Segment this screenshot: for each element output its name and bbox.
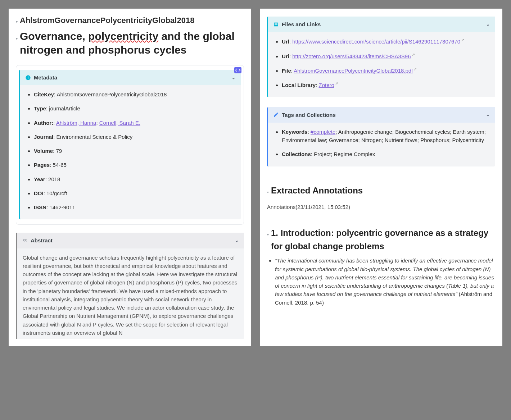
keywords-row: Keywords: #complete; Anthropogenic chang…: [282, 128, 489, 145]
metadata-body: CiteKey: AhlstromGovernancePolycentricit…: [20, 85, 241, 219]
intro-heading: 1. Introduction: polycentric governance …: [271, 226, 495, 253]
file-uri: Uri: http://zotero.org/users/5483423/ite…: [282, 52, 489, 60]
tags-body: Keywords: #complete; Anthropogenic chang…: [268, 123, 495, 166]
abstract-body: Global change and governance scholars fr…: [17, 248, 244, 339]
annotation-item: "The international community has been st…: [275, 256, 495, 307]
citekey-heading: AhlstromGovernancePolycentricityGlobal20…: [20, 14, 194, 27]
abstract-title: Abstract: [31, 236, 53, 245]
file-url: Url: https://www.sciencedirect.com/scien…: [282, 37, 489, 46]
extracted-heading: Extracted Annotations: [271, 184, 363, 197]
meta-issn: ISSN: 1462-9011: [34, 203, 235, 211]
svg-rect-2: [28, 76, 28, 77]
page-title: Governance, polycentricity and the globa…: [20, 29, 244, 57]
fold-arrow-icon[interactable]: ▾: [16, 36, 18, 42]
fold-arrow-icon[interactable]: ▾: [16, 19, 18, 25]
title-wavy-word: polycentricity: [88, 30, 158, 42]
left-pane: ▾ AhlstromGovernancePolycentricityGlobal…: [9, 9, 251, 346]
abstract-header[interactable]: Abstract ⌄: [17, 233, 244, 248]
meta-doi: DOI: 10/gcrcft: [34, 189, 235, 197]
info-icon: [25, 75, 31, 81]
annotations-meta: Annotations(23/11/2021, 15:03:52): [267, 203, 495, 211]
metadata-title: Metadata: [34, 73, 57, 82]
author-link[interactable]: Ahlström, Hanna: [56, 120, 96, 126]
metadata-header[interactable]: Metadata ⌄: [20, 70, 241, 85]
local-link[interactable]: Zotero: [319, 82, 334, 88]
chevron-down-icon[interactable]: ⌄: [486, 20, 490, 28]
quote-icon: [22, 238, 28, 243]
svg-rect-5: [275, 24, 277, 25]
file-link[interactable]: AhlstromGovernancePolycentricityGlobal20…: [294, 68, 413, 74]
author-link[interactable]: Cornell, Sarah E.: [99, 120, 140, 126]
chevron-down-icon[interactable]: ⌄: [231, 74, 236, 82]
list-icon: [273, 22, 279, 27]
meta-journal: Journal: Environmental Science & Policy: [34, 133, 235, 141]
tags-panel: Tags and Collections ⌄ Keywords: #comple…: [267, 107, 495, 166]
right-pane: Files and Links ⌄ Url: https://www.scien…: [260, 9, 502, 346]
files-header[interactable]: Files and Links ⌄: [268, 17, 495, 32]
file-local: Local Library: Zotero↗: [282, 81, 489, 89]
abstract-panel: Abstract ⌄ Global change and governance …: [16, 233, 244, 339]
external-icon: ↗: [461, 38, 464, 42]
external-icon: ↗: [335, 81, 338, 86]
fold-arrow-icon[interactable]: ▾: [267, 232, 269, 238]
fold-arrow-icon[interactable]: ▾: [267, 190, 269, 195]
svg-rect-4: [275, 23, 277, 24]
meta-pages: Pages: 54-65: [34, 161, 235, 169]
external-icon: ↗: [413, 67, 417, 71]
meta-author: Author:: Ahlström, Hanna; Cornell, Sarah…: [34, 119, 235, 127]
metadata-card: Metadata ⌄ CiteKey: AhlstromGovernancePo…: [16, 65, 244, 225]
pencil-icon: [273, 112, 279, 118]
keyword-tag-link[interactable]: #complete: [311, 129, 335, 135]
meta-year: Year: 2018: [34, 175, 235, 183]
meta-type: Type: journalArticle: [34, 104, 235, 113]
chevron-down-icon[interactable]: ⌄: [235, 237, 239, 245]
code-block-icon[interactable]: [234, 67, 241, 73]
uri-link[interactable]: http://zotero.org/users/5483423/items/CH…: [292, 53, 411, 59]
title-segment: Governance,: [20, 30, 88, 42]
meta-volume: Volume: 79: [34, 147, 235, 155]
external-icon: ↗: [412, 52, 415, 57]
files-panel: Files and Links ⌄ Url: https://www.scien…: [267, 17, 495, 97]
svg-rect-1: [28, 77, 28, 79]
meta-citekey: CiteKey: AhlstromGovernancePolycentricit…: [34, 90, 235, 99]
tags-title: Tags and Collections: [282, 111, 336, 119]
chevron-down-icon[interactable]: ⌄: [486, 111, 490, 119]
annotation-list: "The international community has been st…: [267, 256, 495, 307]
metadata-panel: Metadata ⌄ CiteKey: AhlstromGovernancePo…: [19, 70, 241, 220]
file-file: File: AhlstromGovernancePolycentricityGl…: [282, 66, 489, 75]
files-title: Files and Links: [282, 20, 321, 28]
tags-header[interactable]: Tags and Collections ⌄: [268, 107, 495, 123]
files-body: Url: https://www.sciencedirect.com/scien…: [268, 32, 495, 97]
collections-row: Collections: Project; Regime Complex: [282, 150, 489, 158]
url-link[interactable]: https://www.sciencedirect.com/science/ar…: [292, 38, 460, 45]
